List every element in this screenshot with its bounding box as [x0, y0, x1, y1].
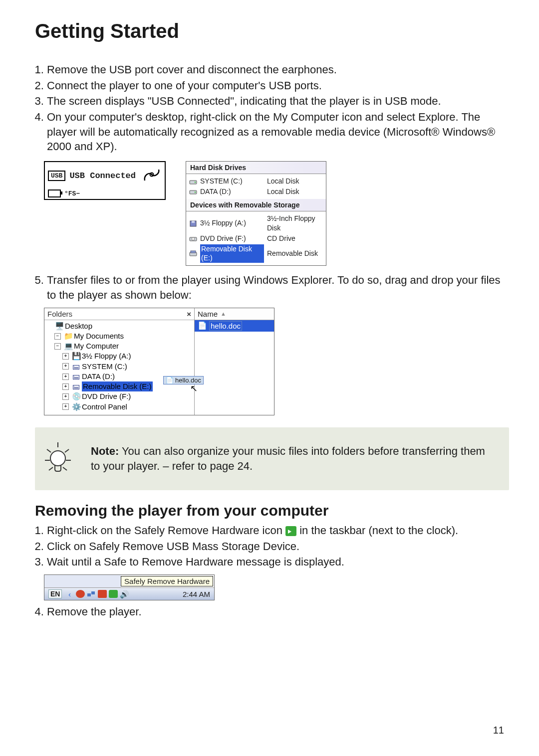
language-indicator[interactable]: EN	[48, 589, 62, 598]
note-label: Note:	[91, 445, 119, 457]
tree-item-floppy[interactable]: + 💾 3½ Floppy (A:)	[46, 351, 192, 361]
tray-clock: 2:44 AM	[183, 590, 210, 598]
floppy-icon	[189, 220, 197, 227]
expand-toggle-icon[interactable]: +	[62, 383, 69, 390]
hard-disk-icon: 🖴	[72, 362, 80, 372]
folder-icon: 📁	[64, 331, 72, 341]
cursor-icon: ↖	[190, 383, 198, 394]
removable-disk-icon	[189, 250, 197, 257]
control-panel-icon: ⚙️	[72, 402, 80, 412]
removable-disk-icon: 🖴	[72, 381, 80, 391]
figures-usb-and-drives: USB USB Connected °FS− Hard Disk Drives …	[44, 161, 509, 266]
tree-item-dvd[interactable]: + 💿 DVD Drive (F:)	[46, 391, 192, 401]
lightbulb-icon	[40, 438, 76, 479]
svg-line-13	[47, 449, 51, 452]
svg-rect-2	[195, 182, 196, 183]
expand-toggle-icon[interactable]: +	[62, 353, 69, 360]
svg-rect-20	[91, 591, 95, 594]
tray-ati-icon[interactable]	[98, 590, 107, 598]
expand-toggle-icon[interactable]: +	[62, 403, 69, 410]
expand-toggle-icon[interactable]: +	[62, 363, 69, 370]
svg-rect-10	[191, 251, 196, 253]
close-icon[interactable]: ×	[187, 310, 191, 318]
computer-icon: 💻	[64, 341, 72, 351]
remove-step-2: Click on Safely Remove USB Mass Storage …	[47, 539, 509, 554]
cd-drive-icon: 💿	[72, 391, 80, 401]
file-list-header[interactable]: Name ▲	[195, 308, 274, 320]
column-name: Name	[198, 310, 218, 318]
drive-type: Local Disk	[267, 187, 323, 196]
hard-disk-icon	[189, 188, 197, 195]
file-row-selected[interactable]: 📄 hello.doc	[195, 320, 274, 332]
tooltip-safely-remove: Safely Remove Hardware	[121, 576, 213, 586]
battery-icon	[48, 189, 61, 197]
tree-item-my-documents[interactable]: − 📁 My Documents	[46, 331, 192, 341]
figure-explorer-drag-drop: Folders × 🖥️ Desktop − 📁 My Documents − …	[44, 308, 509, 415]
remove-step-4: Remove the player.	[47, 604, 509, 619]
svg-point-8	[192, 237, 195, 240]
tray-network-icon[interactable]	[87, 590, 96, 598]
hard-disk-icon: 🖴	[72, 372, 80, 381]
svg-line-14	[65, 449, 69, 452]
expand-toggle-icon[interactable]: +	[62, 374, 69, 380]
step-3: The screen displays "USB Connected", ind…	[47, 94, 509, 109]
group-removable-storage: Devices with Removable Storage	[186, 199, 326, 211]
hard-disk-icon	[189, 178, 197, 185]
expand-toggle-icon[interactable]: −	[54, 343, 61, 350]
safely-remove-hardware-icon	[285, 526, 296, 536]
subsection-title: Removing the player from your computer	[35, 502, 509, 519]
note-text: Note: You can also organize your music f…	[91, 444, 494, 473]
tray-shield-icon[interactable]	[76, 590, 85, 598]
floppy-icon: 💾	[72, 351, 80, 361]
drive-label: DVD Drive (F:)	[200, 234, 264, 243]
usb-badge: USB	[48, 171, 65, 181]
step-4: On your computer's desktop, right-click …	[47, 110, 509, 154]
group-hard-disk-drives: Hard Disk Drives	[186, 162, 326, 174]
lcd-fs-text: °FS−	[64, 190, 80, 197]
usb-connected-text: USB Connected	[69, 171, 136, 181]
step-2: Connect the player to one of your comput…	[47, 78, 509, 93]
sort-asc-icon: ▲	[221, 311, 226, 317]
safely-remove-hardware-icon[interactable]	[109, 590, 118, 598]
drive-type: Removable Disk	[267, 249, 323, 258]
main-steps-list: Remove the USB port cover and disconnect…	[35, 62, 509, 154]
page-number: 11	[493, 725, 504, 736]
svg-line-18	[63, 467, 67, 470]
drive-row: DATA (D:) Local Disk	[189, 187, 323, 197]
remove-step-1: Right-click on the Safely Remove Hardwar…	[47, 523, 509, 538]
remove-steps-list: Right-click on the Safely Remove Hardwar…	[35, 523, 509, 569]
drive-label: 3½ Floppy (A:)	[200, 218, 264, 228]
note-callout: Note: You can also organize your music f…	[35, 427, 509, 490]
drive-label: SYSTEM (C:)	[200, 177, 264, 186]
desktop-icon: 🖥️	[55, 321, 63, 331]
svg-rect-19	[87, 593, 91, 596]
svg-point-11	[50, 451, 65, 466]
system-tray: EN ‹ 🔊 2:44 AM	[44, 588, 214, 600]
drive-label: DATA (D:)	[200, 187, 264, 196]
drive-type: Local Disk	[267, 177, 323, 186]
remove-step-3: Wait until a Safe to Remove Hardware mes…	[47, 555, 509, 569]
tray-expand-icon[interactable]: ‹	[65, 590, 74, 598]
figure-mycomputer-drives: Hard Disk Drives SYSTEM (C:) Local Disk …	[186, 161, 326, 266]
drive-row: DVD Drive (F:) CD Drive	[189, 233, 323, 244]
tree-item-my-computer[interactable]: − 💻 My Computer	[46, 341, 192, 351]
step-1: Remove the USB port cover and disconnect…	[47, 62, 509, 77]
drive-type: 3½-Inch Floppy Disk	[267, 214, 323, 233]
expand-toggle-icon[interactable]: +	[62, 393, 69, 400]
expand-toggle-icon[interactable]: −	[54, 333, 61, 340]
drive-type: CD Drive	[267, 234, 323, 243]
figure-taskbar-tray: Safely Remove Hardware EN ‹ 🔊 2:44 AM	[44, 574, 509, 600]
tree-item-desktop[interactable]: 🖥️ Desktop	[46, 321, 192, 331]
tray-icons: ‹ 🔊	[65, 590, 129, 598]
word-doc-icon: 📄	[198, 321, 207, 330]
tray-volume-icon[interactable]: 🔊	[120, 590, 129, 598]
drive-label: Removable Disk (E:)	[200, 244, 264, 263]
step-5: Transfer files to or from the player usi…	[47, 273, 509, 302]
svg-rect-6	[192, 221, 195, 223]
tree-item-system-c[interactable]: + 🖴 SYSTEM (C:)	[46, 362, 192, 372]
drive-row: SYSTEM (C:) Local Disk	[189, 176, 323, 187]
svg-line-17	[49, 467, 53, 470]
word-doc-icon: 📄	[166, 377, 174, 384]
tree-item-control-panel[interactable]: + ⚙️ Control Panel	[46, 402, 192, 412]
cd-drive-icon	[189, 235, 197, 242]
